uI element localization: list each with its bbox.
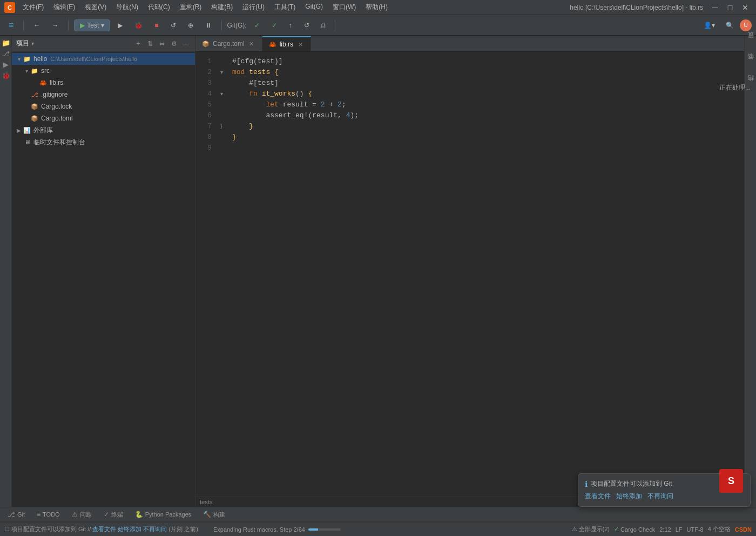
status-cursor-pos[interactable]: 2:12 <box>659 526 671 533</box>
tree-name-src: src <box>41 67 50 75</box>
bottom-tab-bar: ⎇ Git ≡ TODO ⚠ 问题 ✓ 终端 🐍 Python Packages… <box>0 507 756 522</box>
menu-refactor[interactable]: 重构(R) <box>176 2 206 13</box>
fold-7[interactable]: } <box>217 121 226 132</box>
project-panel-actions: ＋ ⇅ ⇔ ⚙ — <box>133 39 191 49</box>
processing-indicator: 正在处理... <box>719 83 744 92</box>
bottom-tab-todo[interactable]: ≡ TODO <box>31 507 65 521</box>
menu-edit[interactable]: 编辑(E) <box>49 2 79 13</box>
bottom-tab-problems[interactable]: ⚠ 问题 <box>66 507 97 521</box>
tab-librs[interactable]: 🦀 lib.rs ✕ <box>262 36 311 51</box>
run-debug-button[interactable]: 🐞 <box>130 20 147 31</box>
fold-2[interactable]: ▾ <box>217 67 226 78</box>
project-panel-title: 项目 <box>16 39 29 48</box>
build-tab-label: 构建 <box>213 511 225 519</box>
project-action-settings[interactable]: ⚙ <box>169 39 179 49</box>
progress-fill <box>308 528 318 531</box>
nav-back-button[interactable]: ← <box>29 20 44 31</box>
bottom-tab-build[interactable]: 🔨 构建 <box>198 507 231 521</box>
menu-build[interactable]: 构建(B) <box>207 2 237 13</box>
right-icon-3[interactable]: 结构 <box>746 81 755 91</box>
maximize-button[interactable]: □ <box>724 3 737 12</box>
menu-bar: 文件(F) 编辑(E) 视图(V) 导航(N) 代码(C) 重构(R) 构建(B… <box>18 2 564 13</box>
user-avatar[interactable]: U <box>740 19 752 31</box>
menu-window[interactable]: 窗口(W) <box>328 2 360 13</box>
bottom-scope-label: tests <box>200 499 212 505</box>
tree-item-cargotoml[interactable]: ▶ 📦 Cargo.toml <box>12 112 195 124</box>
git-pull-button[interactable]: ↺ <box>300 20 314 31</box>
status-progress-text: Expanding Rust macros. Step 2/64 <box>213 526 305 533</box>
run-more-button[interactable]: ⊕ <box>184 20 198 31</box>
toolbar-right: 👤▾ 🔍 U <box>699 19 752 31</box>
menu-code[interactable]: 代码(C) <box>144 2 174 13</box>
right-icon-1[interactable]: 设置 <box>746 38 755 48</box>
status-line-ending[interactable]: LF <box>676 526 683 533</box>
editor-tab-bar: 📦 Cargo.toml ✕ 🦀 lib.rs ✕ <box>195 36 744 52</box>
status-encoding[interactable]: UTF-8 <box>686 526 703 533</box>
project-action-add[interactable]: ＋ <box>133 39 143 49</box>
project-action-sort[interactable]: ⇅ <box>145 39 155 49</box>
profile-button[interactable]: 👤▾ <box>699 20 719 31</box>
git-check-button[interactable]: ✓ <box>250 20 264 31</box>
menu-tools[interactable]: 工具(T) <box>270 2 300 13</box>
sidebar-icon-run[interactable]: ▶ <box>1 59 11 69</box>
menu-navigate[interactable]: 导航(N) <box>112 2 143 13</box>
tree-item-src[interactable]: ▾ 📁 src <box>12 65 195 77</box>
notification-action-dismiss[interactable]: 不再询问 <box>647 492 673 501</box>
right-sidebar-icons: 设置 书签 结构 <box>744 36 756 507</box>
tree-item-temp[interactable]: ▶ 🖥 临时文件和控制台 <box>12 136 195 148</box>
status-csdn[interactable]: CSDN <box>735 526 752 533</box>
git-check2-button[interactable]: ✓ <box>267 20 281 31</box>
tree-item-hello[interactable]: ▾ 📁 hello C:\Users\dell\CLionProjects\he… <box>12 53 195 65</box>
status-cargo-check[interactable]: ✓ Cargo Check <box>614 526 655 533</box>
minimize-button[interactable]: ─ <box>708 3 721 12</box>
tab-cargotoml[interactable]: 📦 Cargo.toml ✕ <box>195 36 262 51</box>
menu-view[interactable]: 视图(V) <box>80 2 111 13</box>
notification-action-always[interactable]: 始终添加 <box>616 492 642 501</box>
sidebar-icon-vcs[interactable]: ⎇ <box>1 49 11 58</box>
bottom-area: ⎇ Git ≡ TODO ⚠ 问题 ✓ 终端 🐍 Python Packages… <box>0 507 756 536</box>
bottom-tab-terminal[interactable]: ✓ 终端 <box>98 507 129 521</box>
tree-item-gitignore[interactable]: ▶ ⎇ .gitignore <box>12 89 195 100</box>
fold-4[interactable]: ▾ <box>217 89 226 99</box>
code-editor[interactable]: 正在处理... 1 2 3 4 5 6 7 8 9 ▾ ▾ <box>195 52 744 496</box>
tab-icon-librs: 🦀 <box>269 41 276 48</box>
menu-run[interactable]: 运行(U) <box>238 2 269 13</box>
run-rerun-button[interactable]: ↺ <box>166 20 180 31</box>
sidebar-icon-project[interactable]: 📁 <box>1 38 11 48</box>
git-history-button[interactable]: ⎙ <box>317 20 329 31</box>
code-content[interactable]: #[cfg(test)] mod tests { #[test] fn it_w… <box>226 52 744 496</box>
tree-arrow-src: ▾ <box>23 67 30 75</box>
menu-help[interactable]: 帮助(H) <box>361 2 392 13</box>
tree-name-gitignore: .gitignore <box>41 91 68 98</box>
tree-item-librs[interactable]: ▶ 🦀 lib.rs <box>12 77 195 89</box>
tab-close-cargotoml[interactable]: ✕ <box>248 40 255 48</box>
right-icon-2[interactable]: 书签 <box>746 59 755 69</box>
run-stop-button[interactable]: ■ <box>150 20 163 31</box>
tree-item-cargolock[interactable]: ▶ 📦 Cargo.lock <box>12 100 195 112</box>
run-button[interactable]: ▶ Test ▾ <box>74 19 110 31</box>
project-action-collapse[interactable]: ⇔ <box>157 39 167 49</box>
pause-button[interactable]: ⏸ <box>201 20 216 31</box>
git-push-button[interactable]: ↑ <box>285 20 296 31</box>
tree-arrow-hello: ▾ <box>15 55 23 63</box>
project-panel-dropdown[interactable]: ▾ <box>31 41 34 46</box>
fold-9 <box>217 143 226 153</box>
status-show-all[interactable]: ⚠ 全部显示(2) <box>572 525 610 533</box>
notification-action-view[interactable]: 查看文件 <box>585 492 611 501</box>
tab-close-librs[interactable]: ✕ <box>296 41 304 48</box>
nav-forward-button[interactable]: → <box>48 20 63 31</box>
close-button[interactable]: ✕ <box>739 3 752 12</box>
status-git-info[interactable]: ☐ 项目配置文件可以添加到 Git // 查看文件 始终添加 不再询问 (片刻 … <box>4 525 198 533</box>
menu-file[interactable]: 文件(F) <box>18 2 48 13</box>
bottom-tab-python[interactable]: 🐍 Python Packages <box>130 507 197 521</box>
menu-git[interactable]: Git(G) <box>301 2 327 13</box>
fold-5 <box>217 99 226 110</box>
sidebar-icon-debug[interactable]: 🐞 <box>1 70 11 80</box>
bottom-tab-git[interactable]: ⎇ Git <box>2 507 30 521</box>
project-action-minimize[interactable]: — <box>181 39 191 49</box>
tab-label-cargotoml: Cargo.toml <box>213 40 245 48</box>
tree-item-extlibs[interactable]: ▶ 📊 外部库 <box>12 124 195 136</box>
search-button[interactable]: 🔍 <box>724 19 735 31</box>
run-play-button[interactable]: ▶ <box>113 20 127 31</box>
status-indent[interactable]: 4 个空格 <box>708 525 731 533</box>
